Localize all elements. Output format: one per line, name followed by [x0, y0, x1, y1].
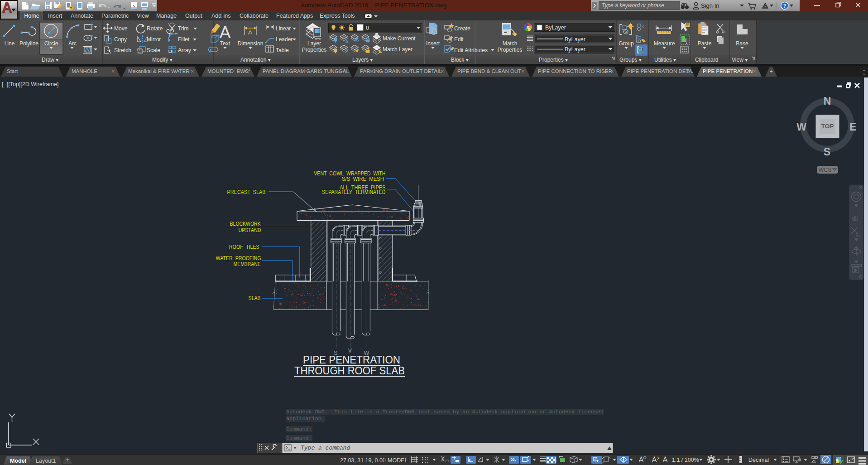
- svg-text:?: ?: [783, 3, 786, 9]
